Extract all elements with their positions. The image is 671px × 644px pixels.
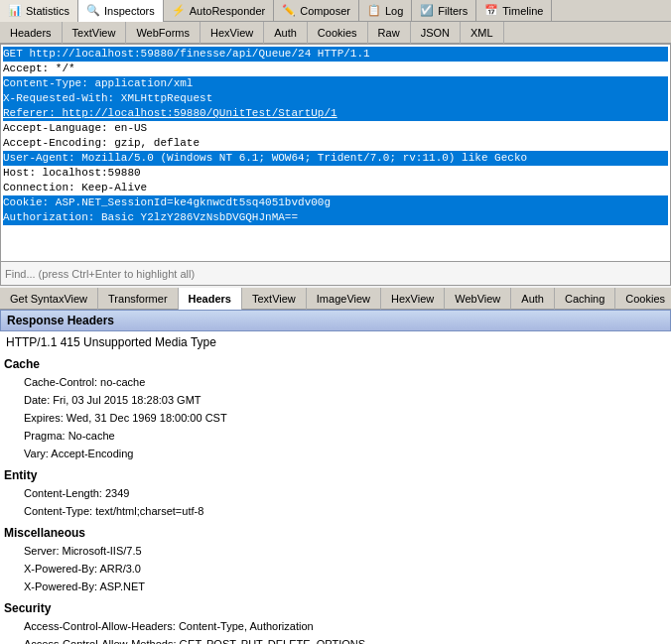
tab-xml[interactable]: XML bbox=[461, 22, 504, 44]
header-item: Pragma: No-cache bbox=[4, 427, 667, 445]
response-tab-webview[interactable]: WebView bbox=[445, 288, 511, 310]
filters-icon: ☑️ bbox=[420, 4, 434, 17]
header-item: Server: Microsoft-IIS/7.5 bbox=[4, 542, 667, 560]
response-tab-headers[interactable]: Headers bbox=[179, 288, 242, 310]
tab-cookies[interactable]: Cookies bbox=[308, 22, 368, 44]
nav-label-filters: Filters bbox=[438, 5, 468, 17]
tab-webforms[interactable]: WebForms bbox=[126, 22, 201, 44]
response-tab-imageview[interactable]: ImageView bbox=[307, 288, 381, 310]
header-item: X-Powered-By: ASP.NET bbox=[4, 578, 667, 595]
response-tab-label-textview: TextView bbox=[252, 293, 296, 305]
section-header-entity: Entity bbox=[4, 468, 667, 482]
nav-item-inspectors[interactable]: 🔍 Inspectors bbox=[78, 0, 164, 22]
request-line: Connection: Keep-Alive bbox=[3, 181, 668, 195]
tab-label-auth: Auth bbox=[274, 27, 297, 39]
response-tab-label-webview: WebView bbox=[455, 293, 500, 305]
nav-label-composer: Composer bbox=[300, 5, 350, 17]
response-tab-textview[interactable]: TextView bbox=[242, 288, 307, 310]
tab-raw[interactable]: Raw bbox=[368, 22, 411, 44]
nav-label-autoresponder: AutoResponder bbox=[190, 5, 265, 17]
http-status-text: HTTP/1.1 415 Unsupported Media Type bbox=[6, 335, 216, 349]
tab-hexview[interactable]: HexView bbox=[201, 22, 264, 44]
section-header-security: Security bbox=[4, 601, 667, 615]
request-line: Authorization: Basic Y2lzY286VzNsbDVGQHJ… bbox=[3, 210, 668, 225]
nav-label-statistics: Statistics bbox=[26, 5, 69, 17]
nav-item-timeline[interactable]: 📅 Timeline bbox=[476, 0, 552, 22]
nav-label-log: Log bbox=[385, 5, 403, 17]
response-tab-label-auth: Auth bbox=[521, 293, 544, 305]
request-line: Accept-Encoding: gzip, deflate bbox=[3, 136, 668, 151]
header-item: Content-Length: 2349 bbox=[4, 484, 667, 502]
tab-auth[interactable]: Auth bbox=[264, 22, 308, 44]
response-tab-label-hexview: HexView bbox=[391, 293, 434, 305]
request-line: Content-Type: application/xml bbox=[3, 76, 668, 91]
tab-json[interactable]: JSON bbox=[411, 22, 461, 44]
second-nav-bar: Headers TextView WebForms HexView Auth C… bbox=[0, 22, 671, 44]
statistics-icon: 📊 bbox=[8, 4, 22, 17]
response-headers-title: Response Headers bbox=[7, 314, 114, 327]
top-nav-bar: 📊 Statistics 🔍 Inspectors ⚡ AutoResponde… bbox=[0, 0, 671, 22]
nav-item-filters[interactable]: ☑️ Filters bbox=[412, 0, 476, 22]
section-header-cache: Cache bbox=[4, 357, 667, 371]
response-body-area: Response Headers HTTP/1.1 415 Unsupporte… bbox=[0, 310, 671, 644]
tab-label-headers: Headers bbox=[10, 27, 52, 39]
header-item: Content-Type: text/html;charset=utf-8 bbox=[4, 502, 667, 520]
response-headers-bar: Response Headers bbox=[0, 310, 671, 331]
header-item: Vary: Accept-Encoding bbox=[4, 445, 667, 462]
response-tab-label-cookies: Cookies bbox=[625, 293, 665, 305]
request-line: X-Requested-With: XMLHttpRequest bbox=[3, 91, 668, 106]
response-tab-auth[interactable]: Auth bbox=[511, 288, 555, 310]
request-line: Host: localhost:59880 bbox=[3, 166, 668, 181]
find-bar bbox=[0, 262, 671, 286]
response-tab-transformer[interactable]: Transformer bbox=[98, 288, 179, 310]
header-item: Access-Control-Allow-Methods: GET, POST,… bbox=[4, 635, 667, 644]
tab-label-xml: XML bbox=[470, 27, 493, 39]
response-tab-label-imageview: ImageView bbox=[317, 293, 370, 305]
request-line: Accept-Language: en-US bbox=[3, 121, 668, 136]
nav-label-inspectors: Inspectors bbox=[104, 5, 155, 17]
tab-label-textview: TextView bbox=[72, 27, 116, 39]
nav-item-autoresponder[interactable]: ⚡ AutoResponder bbox=[164, 0, 274, 22]
header-item: Date: Fri, 03 Jul 2015 18:28:03 GMT bbox=[4, 391, 667, 409]
response-tab-label-headers: Headers bbox=[189, 293, 231, 305]
tab-label-raw: Raw bbox=[378, 27, 400, 39]
header-item: Access-Control-Allow-Headers: Content-Ty… bbox=[4, 617, 667, 635]
timeline-icon: 📅 bbox=[484, 4, 498, 17]
response-tabs-bar: Get SyntaxView Transformer Headers TextV… bbox=[0, 288, 671, 310]
request-line: User-Agent: Mozilla/5.0 (Windows NT 6.1;… bbox=[3, 151, 668, 166]
request-content-area: GET http://localhost:59880/finesse/api/Q… bbox=[0, 44, 671, 262]
composer-icon: ✏️ bbox=[282, 4, 296, 17]
tab-label-cookies: Cookies bbox=[318, 27, 357, 39]
header-item: Expires: Wed, 31 Dec 1969 18:00:00 CST bbox=[4, 409, 667, 427]
response-tab-cookies[interactable]: Cookies bbox=[615, 288, 671, 310]
response-tab-label-syntaxview: Get SyntaxView bbox=[10, 293, 87, 305]
tab-label-json: JSON bbox=[421, 27, 450, 39]
nav-item-composer[interactable]: ✏️ Composer bbox=[274, 0, 359, 22]
response-tab-label-transformer: Transformer bbox=[108, 293, 168, 305]
section-header-miscellaneous: Miscellaneous bbox=[4, 526, 667, 540]
tab-textview[interactable]: TextView bbox=[63, 22, 127, 44]
header-item: Cache-Control: no-cache bbox=[4, 373, 667, 391]
inspectors-icon: 🔍 bbox=[86, 4, 100, 17]
request-line: Accept: */* bbox=[3, 62, 668, 76]
request-line: GET http://localhost:59880/finesse/api/Q… bbox=[3, 47, 668, 62]
nav-item-statistics[interactable]: 📊 Statistics bbox=[0, 0, 78, 22]
tab-label-hexview: HexView bbox=[210, 27, 253, 39]
tab-headers[interactable]: Headers bbox=[0, 22, 63, 44]
response-tab-label-caching: Caching bbox=[565, 293, 604, 305]
nav-item-log[interactable]: 📋 Log bbox=[359, 0, 412, 22]
response-tab-caching[interactable]: Caching bbox=[555, 288, 615, 310]
autoresponder-icon: ⚡ bbox=[172, 4, 186, 17]
response-content: CacheCache-Control: no-cacheDate: Fri, 0… bbox=[0, 351, 671, 644]
header-item: X-Powered-By: ARR/3.0 bbox=[4, 560, 667, 578]
response-tab-hexview[interactable]: HexView bbox=[381, 288, 445, 310]
http-status-line: HTTP/1.1 415 Unsupported Media Type bbox=[0, 331, 671, 351]
response-tab-get-syntaxview[interactable]: Get SyntaxView bbox=[0, 288, 98, 310]
find-input[interactable] bbox=[1, 266, 670, 282]
nav-label-timeline: Timeline bbox=[502, 5, 543, 17]
request-line: Referer: http://localhost:59880/QUnitTes… bbox=[3, 106, 668, 121]
log-icon: 📋 bbox=[367, 4, 381, 17]
tab-label-webforms: WebForms bbox=[136, 27, 190, 39]
request-line: Cookie: ASP.NET_SessionId=ke4gknwcdt5sq4… bbox=[3, 195, 668, 210]
